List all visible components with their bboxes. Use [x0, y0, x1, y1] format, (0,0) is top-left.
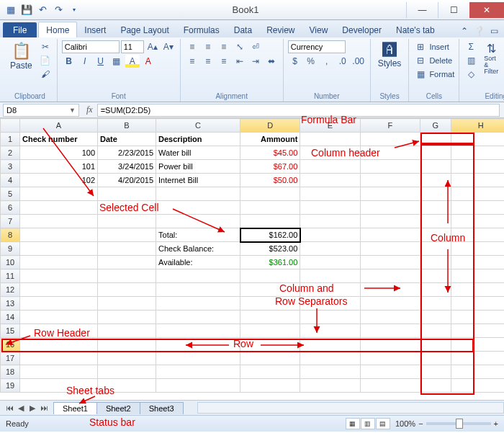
cell-C8[interactable]: Total:	[156, 228, 240, 242]
cell-D9[interactable]: $523.00	[240, 242, 300, 256]
cell-G19[interactable]	[420, 379, 451, 393]
qat-dropdown-icon[interactable]: ▾	[68, 4, 81, 17]
cell-G8[interactable]	[420, 228, 451, 242]
cell-G4[interactable]	[420, 174, 451, 187]
cell-H16[interactable]	[451, 338, 504, 352]
row-header-14[interactable]: 14	[1, 311, 20, 324]
cell-F13[interactable]	[360, 297, 420, 311]
cell-E11[interactable]	[300, 269, 360, 283]
cell-C16[interactable]	[156, 338, 240, 352]
cell-C11[interactable]	[156, 269, 240, 283]
font-size-select[interactable]	[121, 40, 144, 53]
cell-E9[interactable]	[300, 242, 360, 256]
column-header-G[interactable]: G	[420, 119, 451, 133]
fill-icon[interactable]: ▥	[464, 54, 478, 67]
cell-A2[interactable]: 100	[20, 146, 98, 160]
cell-H10[interactable]	[451, 256, 504, 269]
cell-B14[interactable]	[98, 311, 156, 324]
cell-H1[interactable]	[451, 133, 504, 146]
zoom-out-button[interactable]: −	[418, 419, 423, 428]
cell-F7[interactable]	[360, 215, 420, 228]
cell-H2[interactable]	[451, 146, 504, 160]
cell-C3[interactable]: Power bill	[156, 160, 240, 174]
cell-G9[interactable]	[420, 242, 451, 256]
increase-font-icon[interactable]: A▴	[145, 40, 160, 53]
row-header-17[interactable]: 17	[1, 352, 20, 365]
cell-D13[interactable]	[240, 297, 300, 311]
cell-C14[interactable]	[156, 311, 240, 324]
save-icon[interactable]: 💾	[20, 4, 33, 17]
cell-B6[interactable]	[98, 201, 156, 215]
cell-D1[interactable]: Ammount	[240, 133, 300, 146]
cell-F12[interactable]	[360, 283, 420, 297]
row-header-1[interactable]: 1	[1, 133, 20, 146]
cell-A5[interactable]	[20, 187, 98, 201]
format-cells-button[interactable]: Format	[429, 70, 454, 79]
align-bottom-icon[interactable]: ≡	[217, 40, 231, 53]
cell-G17[interactable]	[420, 352, 451, 365]
cell-B3[interactable]: 3/24/2015	[98, 160, 156, 174]
cell-G10[interactable]	[420, 256, 451, 269]
tab-home[interactable]: Home	[38, 22, 77, 37]
cell-G16[interactable]	[420, 338, 451, 352]
cell-B11[interactable]	[98, 269, 156, 283]
border-icon[interactable]: ▦	[109, 55, 124, 68]
cell-B16[interactable]	[98, 338, 156, 352]
cell-C7[interactable]	[156, 215, 240, 228]
cell-H6[interactable]	[451, 201, 504, 215]
cell-D19[interactable]	[240, 379, 300, 393]
cell-H8[interactable]	[451, 228, 504, 242]
cell-E18[interactable]	[300, 365, 360, 379]
percent-icon[interactable]: %	[304, 55, 318, 68]
decrease-font-icon[interactable]: A▾	[161, 40, 176, 53]
cell-C19[interactable]	[156, 379, 240, 393]
sheet-nav-first-icon[interactable]: ⏮	[4, 403, 14, 413]
cell-G1[interactable]	[420, 133, 451, 146]
row-header-4[interactable]: 4	[1, 174, 20, 187]
insert-cells-icon[interactable]: ⊞	[413, 40, 428, 53]
row-header-15[interactable]: 15	[1, 324, 20, 338]
cell-H13[interactable]	[451, 297, 504, 311]
cell-E14[interactable]	[300, 311, 360, 324]
column-header-C[interactable]: C	[156, 119, 240, 133]
tab-data[interactable]: Data	[227, 22, 259, 37]
cell-H9[interactable]	[451, 242, 504, 256]
tab-formulas[interactable]: Formulas	[176, 22, 227, 37]
window-options-icon[interactable]: ▭	[487, 24, 501, 37]
cell-E2[interactable]	[300, 146, 360, 160]
font-color-icon[interactable]: A	[141, 55, 156, 68]
cell-A18[interactable]	[20, 365, 98, 379]
column-header-D[interactable]: D	[240, 119, 300, 133]
copy-icon[interactable]: 📄	[38, 54, 53, 67]
cell-C12[interactable]	[156, 283, 240, 297]
sheet-tab-active[interactable]: Sheet1	[53, 402, 97, 414]
cell-D2[interactable]: $45.00	[240, 146, 300, 160]
comma-icon[interactable]: ,	[320, 55, 334, 68]
cell-D10[interactable]: $361.00	[240, 256, 300, 269]
cell-D5[interactable]	[240, 187, 300, 201]
cell-G14[interactable]	[420, 311, 451, 324]
wrap-text-icon[interactable]: ⏎	[248, 40, 263, 53]
cell-D16[interactable]	[240, 338, 300, 352]
cell-H15[interactable]	[451, 324, 504, 338]
align-center-icon[interactable]: ≡	[201, 55, 215, 68]
cell-A1[interactable]: Check number	[20, 133, 98, 146]
cell-H12[interactable]	[451, 283, 504, 297]
cell-D8[interactable]: $162.00	[240, 228, 300, 242]
cell-A3[interactable]: 101	[20, 160, 98, 174]
cell-C9[interactable]: Check Balance:	[156, 242, 240, 256]
styles-button[interactable]: 🅰 Styles	[375, 40, 405, 70]
cell-B9[interactable]	[98, 242, 156, 256]
number-format-select[interactable]	[288, 40, 346, 53]
cell-G5[interactable]	[420, 187, 451, 201]
cut-icon[interactable]: ✂	[38, 40, 53, 53]
cell-A12[interactable]	[20, 283, 98, 297]
cell-E12[interactable]	[300, 283, 360, 297]
minimize-button[interactable]: —	[406, 2, 438, 18]
formula-input[interactable]: =SUM(D2:D5)	[97, 104, 500, 117]
font-name-select[interactable]	[62, 40, 120, 53]
cell-B17[interactable]	[98, 352, 156, 365]
cell-B4[interactable]: 4/20/2015	[98, 174, 156, 187]
cell-D14[interactable]	[240, 311, 300, 324]
cell-B10[interactable]	[98, 256, 156, 269]
